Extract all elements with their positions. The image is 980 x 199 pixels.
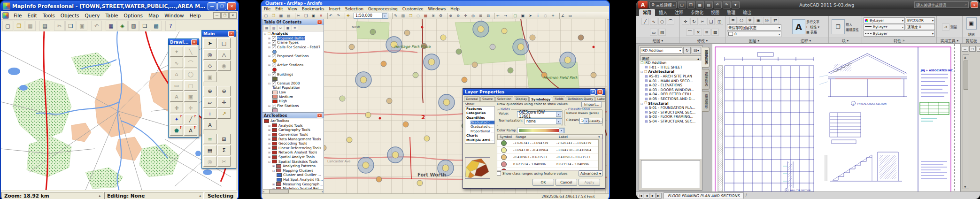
expand-icon[interactable]: ⊞ <box>272 183 276 186</box>
sheet[interactable]: ▤S-02 - STRUCTURAL SEC... <box>640 110 702 115</box>
tab-manage[interactable]: 管理 <box>723 9 739 16</box>
toolset[interactable]: ⊟Mapping Clusters <box>263 168 323 173</box>
close-viewport-icon[interactable]: ✕ <box>977 46 980 52</box>
text-tool-icon[interactable]: A <box>170 92 183 102</box>
toc-layer[interactable]: ⊞✓Crime Types <box>263 40 323 45</box>
frame-tool-icon[interactable]: ▣ <box>184 92 197 102</box>
layer-off-icon[interactable]: ○ <box>738 17 745 24</box>
sheet-list-tab[interactable]: 图纸列表 <box>702 47 710 68</box>
menu-item[interactable]: File <box>11 12 25 19</box>
close-button[interactable]: ✕ <box>597 89 603 95</box>
menu-item[interactable]: Map <box>146 12 162 19</box>
layer-match-icon[interactable]: ⇄ <box>772 17 779 24</box>
scroll-thumb[interactable] <box>964 61 968 90</box>
last-layout-icon[interactable]: ▶| <box>656 193 662 199</box>
toc-layer[interactable]: ⊟✓Calls For Service - Feb07 <box>263 45 323 50</box>
boundary-select-icon[interactable]: ◇ <box>203 61 216 71</box>
polyline-tool-icon[interactable]: ∿ <box>170 58 183 68</box>
class-symbol-icon[interactable] <box>501 140 507 146</box>
maximize-button[interactable]: ❐ <box>217 2 226 10</box>
expand-icon[interactable]: ⊞ <box>268 133 272 136</box>
copy-icon[interactable]: ❑ <box>65 21 76 31</box>
options-icon[interactable]: ≡ <box>292 25 298 31</box>
toc-layer[interactable]: ⊟✓Fire Stations <box>263 104 323 108</box>
annotation-panel-label[interactable]: 注释 ▾ <box>783 38 828 43</box>
color-ramp-combo[interactable]: ▾ <box>517 128 565 133</box>
publish-icon[interactable]: ▤▾ <box>692 47 701 54</box>
zoom-out-icon[interactable]: ⊖ <box>455 13 462 19</box>
full-extent-icon[interactable]: ◎ <box>470 13 477 19</box>
minimize-button[interactable]: — <box>208 2 216 10</box>
insert-label[interactable]: 插入 <box>846 22 859 27</box>
sort-icon[interactable]: ▾ <box>598 135 602 139</box>
plot-icon[interactable]: ▤ <box>705 1 713 8</box>
subset[interactable]: ⊟❒Architectural <box>640 69 702 74</box>
toc-layer[interactable]: ⊟✓Census 2000 <box>263 81 323 86</box>
collapse-icon[interactable]: ⊟ <box>268 73 272 76</box>
statistics-icon[interactable]: Σ <box>217 145 231 155</box>
html-popup-icon[interactable]: ▭ <box>567 13 574 19</box>
layer-properties-icon[interactable]: ≡ <box>729 17 737 24</box>
clipboard-panel-label[interactable]: 剪贴板 <box>963 38 980 43</box>
undo-icon[interactable]: ↶ <box>327 13 334 19</box>
menu-item[interactable]: Customize <box>400 7 426 11</box>
layer-control-icon[interactable]: ≡ <box>203 134 216 144</box>
symbology-class-row[interactable]: 0.621514 - 3.0409960.621514 - 3.040996 <box>497 161 602 168</box>
visibility-checkbox[interactable]: ✓ <box>272 54 276 58</box>
arcmap-titlebar[interactable]: Clusters - ArcMap - ArcInfo <box>262 1 609 6</box>
qnew-icon[interactable]: ▢ <box>678 1 686 8</box>
visibility-checkbox[interactable]: ✓ <box>272 40 276 45</box>
visibility-checkbox[interactable]: ✓ <box>272 45 276 49</box>
sheet[interactable]: ▤A-01 - MAIN AND SECO... <box>640 78 702 83</box>
identify-icon[interactable]: i <box>534 13 541 19</box>
line-style-icon[interactable]: ╱? <box>184 114 197 124</box>
class-symbol-icon[interactable] <box>501 161 507 167</box>
new-table-icon[interactable]: ▢ <box>2 21 13 31</box>
next-layout-icon[interactable]: ▶ <box>650 193 656 199</box>
draw-panel-label[interactable]: 绘图 ▾ <box>636 38 679 43</box>
symbology-class-row[interactable]: -7.626741 - -3.694739-7.626741 - -3.6947… <box>497 140 602 147</box>
tool[interactable]: Hot Spot Analysis (Getis-Ord Gi*) <box>263 177 323 182</box>
fillet-icon[interactable]: ⌒ <box>686 29 694 36</box>
radius-select-icon[interactable]: ◎ <box>203 49 216 60</box>
pan-icon[interactable]: ✛ <box>217 97 231 107</box>
menu-item[interactable]: Display <box>514 96 529 101</box>
delete-icon[interactable]: ✕ <box>317 13 324 19</box>
refresh-icon[interactable]: ↻ <box>683 47 691 54</box>
layer-combo[interactable]: 0▾ <box>727 31 781 37</box>
copy-icon[interactable]: ❑ <box>707 18 715 25</box>
arc-icon[interactable]: ⌒ <box>667 18 674 25</box>
toc-field-label[interactable]: Total Population <box>263 85 323 90</box>
mtext-button[interactable]: A <box>792 19 805 34</box>
erase-icon[interactable]: ✕ <box>694 29 702 36</box>
label-tool-icon[interactable]: A <box>203 120 216 130</box>
new-redistricter-icon[interactable]: ▩ <box>151 21 162 31</box>
layer-lock-icon[interactable]: ▣ <box>755 17 762 24</box>
list-by-source-icon[interactable]: ▥ <box>270 25 277 31</box>
toolbox[interactable]: ⊞Linear Referencing Tools <box>263 146 323 151</box>
toc-symbol[interactable] <box>263 49 323 54</box>
save-icon[interactable]: ▦ <box>696 1 704 8</box>
vertical-scrollbar[interactable] <box>598 139 602 170</box>
toc-class[interactable]: High <box>263 99 323 104</box>
edit-attribute-label[interactable]: 编辑属性 <box>846 27 859 32</box>
new-layout-icon[interactable]: ❏ <box>139 21 150 31</box>
menu-item[interactable]: Query <box>82 12 102 19</box>
vertical-scrollbar[interactable]: ▲ ▼ <box>963 54 969 189</box>
clear-selection-icon[interactable]: ▣ <box>519 13 526 19</box>
menu-item[interactable]: General <box>464 96 480 101</box>
show-item[interactable]: Proportional symbols <box>465 129 494 134</box>
tab-view[interactable]: 视图 <box>707 9 723 16</box>
menu-item[interactable]: Labels <box>595 96 605 101</box>
forward-extent-icon[interactable]: → <box>502 13 509 19</box>
expand-icon[interactable]: ⊞ <box>268 37 272 40</box>
layer-freeze-icon[interactable]: ❄ <box>746 17 754 24</box>
rotate-icon[interactable]: ↻ <box>690 18 698 25</box>
symbology-class-row[interactable]: -0.410963 - 0.621513-0.410963 - 0.621513 <box>497 154 602 161</box>
toolbox[interactable]: ⊟Spatial Statistics Tools <box>263 159 323 164</box>
menu-item[interactable]: Help <box>187 12 204 19</box>
toc-symbol[interactable] <box>263 108 323 112</box>
qat-dropdown-icon[interactable]: ▾ <box>732 1 740 8</box>
symbol-style-icon[interactable]: ✦? <box>170 114 183 124</box>
sheet[interactable]: ▤T-01 - TITLE SHEET <box>640 65 702 70</box>
